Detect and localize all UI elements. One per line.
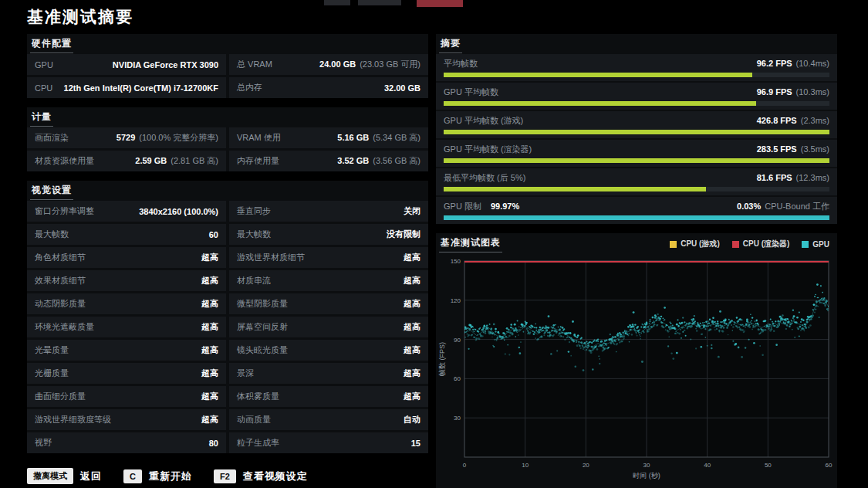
summary-metric-text: 平均帧数96.2 FPS(10.4ms) [444, 58, 829, 69]
summary-metric-left: 最低平均帧数 (后 5%) [444, 172, 525, 184]
visual-setting-value: 超高 [201, 321, 218, 333]
footer-button[interactable]: 撤离模式返回 [27, 468, 102, 484]
overlay-chip [417, 0, 463, 7]
summary-metric-bar-fill [444, 73, 752, 77]
summary-metric-text: 最低平均帧数 (后 5%)81.6 FPS(12.3ms) [444, 172, 829, 184]
benchmark-chart: 0102030405060306090120150时间 (秒)帧数 (FPS) [437, 255, 836, 483]
summary-metric-bar-track [444, 187, 829, 191]
hardware-cell: 总内存32.00 GB [229, 77, 428, 98]
panel-visual-settings-header: 视觉设置 [27, 181, 428, 201]
summary-metric-note: (12.3ms) [796, 173, 829, 182]
visual-setting-cell: 最大帧数60 [27, 224, 226, 245]
footer-bar: 撤离模式返回C重新开始F2查看视频设定 [27, 468, 308, 484]
visual-setting-label: 光栅质量 [35, 368, 69, 379]
keycap-label: F2 [214, 469, 236, 483]
summary-metric-note: (10.3ms) [796, 87, 829, 97]
right-column: 摘要 平均帧数96.2 FPS(10.4ms)GPU 平均帧数96.9 FPS(… [436, 34, 837, 488]
panel-visual-settings-title: 视觉设置 [30, 184, 73, 200]
visual-setting-row: 光栅质量超高景深超高 [27, 363, 428, 384]
legend-label: CPU (游戏) [681, 239, 720, 249]
svg-text:10: 10 [522, 462, 529, 469]
panel-metrics-title: 计量 [30, 110, 53, 127]
visual-setting-cell: 视野80 [27, 432, 226, 453]
metric-note: (5.34 GB 高) [373, 133, 420, 142]
visual-setting-value: 自动 [404, 414, 420, 425]
summary-metric-value: 0.03% [737, 202, 761, 211]
legend-label: CPU (渲染器) [743, 239, 790, 249]
visual-setting-row: 游戏世界细致度等级超高动画质量自动 [27, 409, 428, 430]
hardware-value: NVIDIA GeForce RTX 3090 [113, 60, 218, 69]
hardware-cell: CPU12th Gen Intel(R) Core(TM) i7-12700KF [27, 77, 226, 98]
svg-text:90: 90 [454, 337, 461, 344]
summary-metric-bar-fill [444, 187, 706, 191]
summary-metric-right: 283.5 FPS(3.5ms) [757, 144, 829, 154]
summary-metric-label: GPU 平均帧数 (渲染器) [444, 144, 532, 155]
visual-setting-cell: 游戏世界细致度等级超高 [27, 409, 226, 430]
visual-setting-value: 关闭 [404, 205, 420, 217]
visual-setting-value: 超高 [201, 414, 218, 425]
summary-metric-note: (10.4ms) [796, 59, 829, 68]
summary-metric: GPU 平均帧数 (渲染器)283.5 FPS(3.5ms) [436, 140, 837, 167]
svg-text:帧数 (FPS): 帧数 (FPS) [438, 342, 446, 376]
summary-metric-text: GPU 限制99.97%0.03%CPU-Bound 工作 [444, 201, 829, 212]
visual-setting-cell: 环境光遮蔽质量超高 [27, 317, 226, 337]
visual-setting-value: 60 [209, 230, 218, 239]
visual-setting-row: 视野80粒子生成率15 [27, 432, 428, 453]
summary-metric-right: 96.2 FPS(10.4ms) [757, 59, 829, 68]
metric-note: (3.56 GB 高) [373, 156, 420, 165]
summary-metric-left: GPU 平均帧数 [444, 86, 498, 98]
visual-setting-cell: 角色材质细节超高 [27, 247, 226, 268]
visual-setting-value: 超高 [201, 252, 218, 263]
summary-metric: GPU 限制99.97%0.03%CPU-Bound 工作 [436, 197, 837, 224]
visual-setting-row: 效果材质细节超高材质串流超高 [27, 270, 428, 291]
footer-action-label: 返回 [80, 469, 102, 483]
hardware-value: 12th Gen Intel(R) Core(TM) i7-12700KF [64, 83, 218, 93]
hardware-label: 总 VRAM [237, 59, 272, 70]
visual-setting-label: 窗口分辨率调整 [35, 205, 94, 217]
summary-metric-bar-track [444, 130, 829, 134]
visual-setting-cell: 窗口分辨率调整3840x2160 (100.0%) [27, 201, 226, 222]
summary-metric: GPU 平均帧数 (游戏)426.8 FPS(2.3ms) [436, 111, 837, 138]
visual-setting-label: 体积雾质量 [237, 391, 279, 402]
visual-setting-label: 光晕质量 [35, 344, 69, 356]
svg-text:60: 60 [826, 462, 833, 469]
panel-metrics: 计量 画面渲染5729(100.0% 完整分辨率)VRAM 使用5.16 GB(… [27, 107, 428, 171]
visual-setting-cell: 光栅质量超高 [27, 363, 226, 384]
keycap-label: C [123, 469, 142, 483]
svg-text:0: 0 [463, 462, 467, 469]
hardware-cell: GPUNVIDIA GeForce RTX 3090 [27, 54, 226, 75]
footer-button[interactable]: F2查看视频设定 [214, 469, 308, 483]
hardware-label: GPU [35, 60, 53, 69]
visual-setting-cell: 镜头眩光质量超高 [229, 340, 428, 361]
visual-setting-value: 80 [209, 439, 218, 448]
visual-setting-value: 3840x2160 (100.0%) [139, 207, 218, 216]
summary-metric-label: GPU 平均帧数 (游戏) [444, 115, 523, 127]
summary-metric-bar-fill [444, 101, 756, 106]
visual-setting-label: 视野 [35, 437, 52, 449]
summary-metric-inline-value: 99.97% [491, 202, 519, 211]
visual-setting-value: 超高 [201, 298, 218, 310]
visual-setting-row: 环境光遮蔽质量超高屏幕空间反射超高 [27, 317, 428, 337]
metric-note: (2.81 GB 高) [171, 156, 218, 165]
svg-text:50: 50 [765, 462, 772, 469]
svg-text:60: 60 [454, 375, 461, 382]
hardware-row: CPU12th Gen Intel(R) Core(TM) i7-12700KF… [27, 77, 428, 98]
metric-value: 5729(100.0% 完整分辨率) [117, 132, 218, 144]
footer-button[interactable]: C重新开始 [123, 469, 192, 483]
svg-text:150: 150 [451, 258, 461, 265]
summary-metric-bar-fill [444, 130, 829, 134]
summary-metric-note: (2.3ms) [801, 116, 829, 125]
visual-setting-label: 粒子生成率 [237, 437, 279, 449]
visual-setting-cell: 景深超高 [229, 363, 428, 384]
visual-setting-cell: 粒子生成率15 [229, 432, 428, 453]
hardware-value: 24.00 GB(23.03 GB 可用) [319, 59, 420, 70]
visual-setting-cell: 微型阴影质量超高 [229, 293, 428, 314]
visual-setting-row: 角色材质细节超高游戏世界材质细节超高 [27, 247, 428, 268]
visual-setting-cell: 垂直同步关闭 [229, 201, 428, 222]
summary-metric-label: GPU 平均帧数 [444, 86, 498, 98]
metric-row: 材质资源使用量2.59 GB(2.81 GB 高)内存使用量3.52 GB(3.… [27, 151, 428, 171]
metric-value: 3.52 GB(3.56 GB 高) [337, 155, 420, 167]
visual-setting-cell: 游戏世界材质细节超高 [229, 247, 428, 268]
legend-item-cpu: CPU (游戏) [670, 239, 720, 249]
summary-metric-text: GPU 平均帧数 (渲染器)283.5 FPS(3.5ms) [444, 144, 829, 155]
